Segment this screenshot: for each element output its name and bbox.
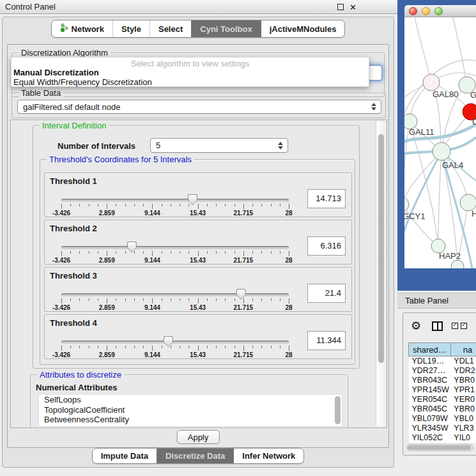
tab-jactivemnodules[interactable]: jActiveMNodules — [261, 20, 345, 37]
minimize-window-icon[interactable] — [422, 7, 430, 15]
tab-impute-data[interactable]: Impute Data — [93, 449, 157, 463]
network-icon — [60, 23, 68, 35]
network-edge[interactable] — [453, 17, 467, 85]
network-node-pink[interactable] — [423, 74, 440, 91]
scrollbar-thumb[interactable] — [408, 445, 471, 450]
panel-title: Control Panel — [5, 2, 56, 12]
slider-track[interactable] — [61, 199, 289, 202]
table-cell: YIL0 — [450, 433, 476, 443]
network-edge[interactable] — [415, 17, 431, 82]
numerical-attributes-list[interactable]: SelfLoopsTopologicalCoefficientBetweenne… — [38, 394, 342, 427]
checkbox-icon-1[interactable] — [452, 323, 458, 329]
close-panel-icon[interactable]: ✕ — [349, 3, 357, 12]
tab-style[interactable]: Style — [112, 20, 150, 37]
table-row[interactable]: YBL079WYBL0 — [409, 414, 476, 424]
thresholds-group: Threshold's Coordinates for 5 Intervals … — [40, 159, 355, 365]
table-row[interactable]: YER054CYER0 — [409, 395, 476, 404]
attribute-item-betweennesscentrality[interactable]: BetweennessCentrality — [39, 415, 342, 425]
tab-cyni-toolbox[interactable]: Cyni Toolbox — [191, 20, 260, 37]
attribute-item-topologicalcoefficient[interactable]: TopologicalCoefficient — [39, 405, 342, 415]
tab-label: Impute Data — [101, 451, 148, 461]
tab-label: Infer Network — [242, 451, 295, 461]
number-of-intervals-label: Number of Intervals — [58, 141, 135, 151]
table-row[interactable]: YIL052CYIL0 — [409, 433, 476, 443]
table-cell: YLR3 — [450, 424, 476, 433]
settings-vertical-scrollbar[interactable] — [376, 121, 385, 426]
threshold-panel-2: Threshold 2-3.4262.8599.14415.4321.71528… — [44, 220, 352, 265]
table-row[interactable]: YBR043CYBR0 — [409, 376, 476, 385]
interval-definition-group: Interval Definition Number of Intervals … — [33, 125, 360, 369]
tab-network[interactable]: Network — [52, 20, 112, 37]
table-row[interactable]: YLR345WYLR3 — [409, 424, 476, 433]
network-edge[interactable] — [404, 204, 438, 246]
threshold-value-field[interactable]: 6.316 — [307, 236, 346, 256]
checkbox-icon-2[interactable] — [461, 323, 467, 329]
table-cell: YIL052C — [409, 433, 451, 443]
float-panel-icon[interactable] — [337, 4, 344, 10]
bottom-tabstrip: Impute DataDiscretize DataInfer Network — [3, 448, 394, 464]
list-scrollbar[interactable] — [335, 396, 341, 424]
number-of-intervals-combobox[interactable]: 5 — [150, 138, 288, 153]
table-row[interactable]: YDR27…YDR2 — [409, 366, 476, 376]
threshold-value-field[interactable]: 11.344 — [307, 331, 346, 350]
popup-item-manual-discretization[interactable]: Manual Discretization — [12, 68, 369, 77]
table-panel-title: Table Panel — [405, 296, 449, 305]
threshold-label: Threshold 1 — [50, 176, 97, 186]
slider-track[interactable] — [61, 293, 289, 296]
table-cell: YER054C — [409, 395, 451, 404]
column-header-1[interactable]: shared… — [409, 343, 451, 357]
threshold-value-field[interactable]: 14.713 — [307, 189, 346, 208]
popup-item-equal-width-frequency[interactable]: Equal Width/Frequency Discretization — [12, 77, 369, 87]
network-node-green[interactable] — [451, 260, 464, 268]
table-data-combobox[interactable]: galFiltered.sif default node — [17, 100, 381, 114]
slider-ticks — [61, 204, 289, 210]
network-node-green[interactable] — [433, 142, 450, 160]
table-panel-toolbar: ⚙ — [411, 318, 467, 334]
popup-placeholder-text: Select algorithm to view settings — [12, 58, 369, 68]
slider-tick-labels: -3.4262.8599.14415.4321.71528 — [61, 257, 289, 264]
algorithm-dropdown-popup: Select algorithm to view settings Manual… — [11, 57, 369, 87]
attributes-group-title: Attributes to discretize — [37, 370, 124, 380]
tab-discretize-data[interactable]: Discretize Data — [157, 449, 233, 463]
network-window-titlebar[interactable] — [404, 5, 476, 17]
network-node-green[interactable] — [404, 197, 409, 211]
network-edge-thick[interactable] — [404, 151, 441, 240]
columns-icon[interactable] — [432, 321, 443, 331]
table-cell: YLR345W — [409, 424, 451, 433]
slider-track[interactable] — [61, 246, 289, 249]
combo-stepper-icon — [278, 142, 283, 150]
threshold-value-field[interactable]: 21.4 — [307, 284, 346, 303]
apply-button[interactable]: Apply — [177, 430, 220, 444]
table-panel-header: Table Panel — [397, 293, 476, 309]
network-node-label: GAL4 — [442, 160, 463, 170]
table-cell: YDL1 — [450, 357, 476, 366]
titlebar-icons: ✕ — [337, 0, 357, 14]
table-row[interactable]: YPR145WYPR1 — [409, 385, 476, 395]
close-window-icon[interactable] — [409, 7, 417, 15]
tab-label: Style — [121, 24, 141, 34]
gear-icon[interactable]: ⚙ — [411, 319, 421, 332]
combo-stepper-icon — [371, 103, 376, 111]
cyni-toolbox-content: Discretization Algorithm Select algorith… — [7, 44, 389, 448]
tab-select[interactable]: Select — [150, 20, 191, 37]
table-horizontal-scrollbar[interactable] — [406, 444, 473, 451]
column-header-2[interactable]: na — [450, 343, 476, 357]
table-cell: YDR2 — [450, 366, 476, 376]
network-node-label: C — [472, 117, 476, 127]
zoom-window-icon[interactable] — [434, 7, 443, 15]
network-node-label: GCY1 — [404, 211, 425, 221]
table-row[interactable]: YDL19…YDL1 — [409, 357, 476, 366]
network-view-canvas[interactable]: GAL80GCGAL11GAL4GCY1HHAP2 — [404, 17, 476, 268]
network-edge[interactable] — [438, 151, 441, 246]
attributes-group: Attributes to discretize Numerical Attri… — [30, 374, 348, 428]
table-cell: YBL0 — [450, 414, 476, 424]
network-edge[interactable] — [404, 151, 441, 204]
attribute-item-selfloops[interactable]: SelfLoops — [39, 395, 342, 405]
slider-track[interactable] — [61, 341, 289, 344]
scrollbar-thumb[interactable] — [378, 134, 384, 363]
table-row[interactable]: YBR045CYBR0 — [409, 404, 476, 414]
settings-scroll-panel: Interval Definition Number of Intervals … — [10, 119, 387, 428]
tab-infer-network[interactable]: Infer Network — [233, 449, 303, 463]
top-tabstrip: NetworkStyleSelectCyni ToolboxjActiveMNo… — [3, 20, 394, 38]
threshold-label: Threshold 2 — [50, 224, 97, 233]
